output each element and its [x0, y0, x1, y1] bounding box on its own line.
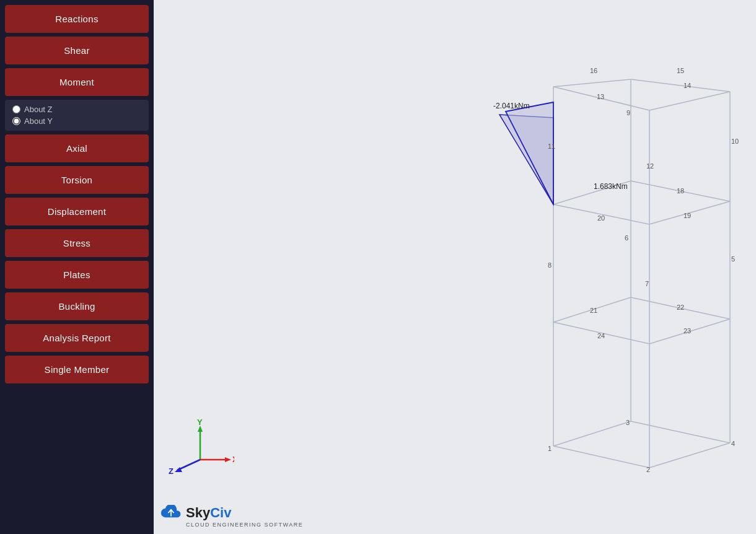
svg-line-57 [177, 460, 200, 470]
svg-text:22: 22 [677, 304, 684, 311]
svg-text:10: 10 [731, 138, 739, 145]
logo-tagline: CLOUD ENGINEERING SOFTWARE [186, 522, 303, 528]
svg-text:1: 1 [548, 445, 552, 452]
single-member-button[interactable]: Single Member [5, 356, 149, 383]
svg-text:24: 24 [597, 332, 605, 339]
main-canvas[interactable]: -2.041kNm 1.683kNm 1 2 3 4 5 6 7 8 9 10 … [154, 0, 756, 534]
cloud-icon [160, 505, 182, 521]
moment-label-bottom: 1.683kNm [594, 182, 628, 191]
svg-line-15 [631, 421, 730, 443]
svg-text:12: 12 [646, 162, 654, 170]
svg-line-14 [553, 421, 631, 446]
svg-text:21: 21 [590, 307, 597, 314]
about-z-radio[interactable] [12, 105, 20, 113]
svg-text:13: 13 [597, 93, 604, 100]
svg-line-12 [553, 446, 649, 468]
svg-text:18: 18 [677, 187, 684, 195]
svg-marker-55 [225, 457, 231, 462]
svg-text:Z: Z [169, 466, 174, 475]
svg-line-27 [631, 79, 730, 92]
torsion-button[interactable]: Torsion [5, 166, 149, 194]
svg-text:4: 4 [731, 440, 735, 447]
svg-text:5: 5 [731, 255, 735, 263]
svg-text:16: 16 [590, 67, 597, 74]
skyciv-logo: SkyCiv [160, 505, 231, 521]
svg-text:19: 19 [683, 212, 691, 219]
stress-button[interactable]: Stress [5, 229, 149, 257]
svg-text:15: 15 [677, 67, 684, 74]
svg-text:20: 20 [597, 214, 605, 222]
svg-text:8: 8 [548, 261, 552, 269]
svg-text:23: 23 [683, 327, 691, 335]
node-labels: 1 2 3 4 5 6 7 8 9 10 11 12 13 14 15 16 1… [548, 67, 739, 473]
about-z-label[interactable]: About Z [12, 105, 141, 114]
svg-text:Y: Y [197, 419, 203, 427]
logo-area: SkyCiv CLOUD ENGINEERING SOFTWARE [160, 505, 303, 528]
structure-svg: -2.041kNm 1.683kNm 1 2 3 4 5 6 7 8 9 10 … [154, 0, 756, 534]
analysis-report-button[interactable]: Analysis Report [5, 324, 149, 352]
reactions-button[interactable]: Reactions [5, 5, 149, 33]
svg-text:3: 3 [626, 419, 630, 426]
moment-label-top: -2.041kNm [493, 102, 530, 110]
moment-button[interactable]: Moment [5, 68, 149, 96]
displacement-button[interactable]: Displacement [5, 198, 149, 225]
svg-text:X: X [232, 455, 234, 464]
shear-button[interactable]: Shear [5, 37, 149, 64]
svg-line-26 [553, 79, 631, 87]
svg-text:2: 2 [646, 466, 650, 473]
about-y-radio[interactable] [12, 117, 20, 125]
sidebar: Reactions Shear Moment About Z About Y A… [0, 0, 154, 534]
plates-button[interactable]: Plates [5, 261, 149, 289]
logo-text: SkyCiv [186, 505, 231, 521]
axis-indicator: Y X Z [166, 419, 234, 475]
svg-line-25 [649, 92, 730, 110]
svg-text:6: 6 [625, 234, 628, 242]
svg-text:7: 7 [645, 280, 649, 287]
svg-text:9: 9 [626, 109, 630, 116]
axial-button[interactable]: Axial [5, 134, 149, 162]
about-y-label[interactable]: About Y [12, 116, 141, 126]
moment-diagram [506, 102, 553, 204]
svg-text:14: 14 [683, 82, 691, 89]
svg-text:11: 11 [548, 142, 555, 150]
svg-line-13 [649, 443, 730, 468]
moment-axis-group: About Z About Y [5, 100, 149, 131]
buckling-button[interactable]: Buckling [5, 292, 149, 320]
